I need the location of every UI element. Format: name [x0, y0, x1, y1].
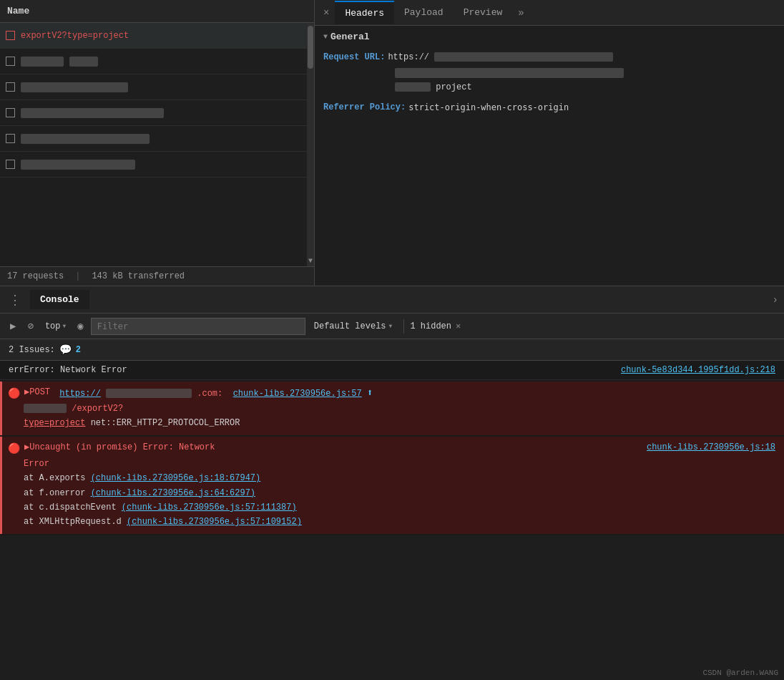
url-blurred-error [106, 389, 192, 398]
requests-count: 17 requests [7, 271, 64, 281]
item-name: exportV2?type=project [21, 31, 129, 41]
referrer-policy-value: strict-origin-when-cross-origin [408, 101, 569, 114]
filter-input[interactable] [91, 318, 305, 335]
list-item[interactable] [0, 74, 314, 100]
headers-tabs: × Headers Payload Preview » [315, 0, 784, 26]
stack-line-2: at f.onerror (chunk-libs.2730956e.js:64:… [24, 486, 775, 500]
expand-button[interactable]: › [773, 294, 778, 306]
url-continuation-2: project [323, 82, 775, 92]
checkbox[interactable] [6, 57, 15, 66]
hidden-count: 1 hidden [410, 321, 451, 331]
upload-icon[interactable]: ⬆ [367, 387, 373, 399]
context-selector[interactable]: top ▼ [41, 319, 70, 334]
stack-link-3[interactable]: (chunk-libs.2730956e.js:57:111387) [122, 502, 297, 513]
checkbox[interactable] [6, 31, 15, 40]
issues-icon: 💬 [59, 344, 72, 356]
error-text: errError: Network Error [9, 365, 127, 375]
scroll-arrow-down[interactable]: ▼ [307, 256, 314, 266]
post-url-link[interactable]: https:// [59, 389, 101, 399]
tab-headers[interactable]: Headers [335, 1, 394, 24]
scrollbar-thumb[interactable] [308, 26, 313, 69]
general-section-title: ▼ General [323, 31, 775, 42]
url-continuation [323, 68, 775, 78]
tab-payload[interactable]: Payload [394, 1, 454, 24]
stack-text-3: at c.dispatchEvent [24, 502, 122, 513]
checkbox[interactable] [6, 108, 15, 117]
stack-link-4[interactable]: (chunk-libs.2730956e.js:57:109152) [127, 517, 302, 527]
error-link[interactable]: chunk-5e83d344.1995f1dd.js:218 [621, 364, 775, 377]
list-item[interactable] [0, 152, 314, 178]
levels-label: Default levels [314, 321, 386, 331]
stack-text-2: at f.onerror [24, 488, 91, 498]
stack-line-3: at c.dispatchEvent (chunk-libs.2730956e.… [24, 500, 775, 515]
divider: | [75, 271, 80, 281]
referrer-policy-key: Referrer Policy: [323, 101, 406, 114]
tab-preview[interactable]: Preview [454, 1, 513, 24]
path-text: /exportV2? [72, 404, 123, 414]
url-blurred-3 [395, 82, 431, 92]
headers-panel: × Headers Payload Preview » ▼ General Re… [315, 0, 784, 286]
close-hidden-button[interactable]: ✕ [456, 321, 461, 331]
url-blurred-2 [395, 68, 624, 78]
stack-text-4: at XMLHttpRequest.d [24, 517, 127, 527]
console-toolbar: ▶ ⊘ top ▼ ◉ Default levels ▼ 1 hidden ✕ [0, 314, 784, 339]
blurred-name [21, 108, 164, 118]
close-button[interactable]: × [318, 4, 335, 21]
stack-line-4: at XMLHttpRequest.d (chunk-libs.2730956e… [24, 515, 775, 529]
url-text: https:// .com: chunk-libs.2730956e.js:57… [59, 386, 373, 401]
error-path: /exportV2? [8, 402, 775, 416]
status-bar: 17 requests | 143 kB transferred [0, 266, 314, 286]
chunk-link-2[interactable]: chunk-libs.2730956e.js:18 [647, 441, 775, 454]
list-item[interactable]: exportV2?type=project [0, 23, 314, 49]
more-tabs-button[interactable]: » [512, 4, 529, 21]
top-panel: Name exportV2?type=project [0, 0, 784, 286]
list-item[interactable] [0, 49, 314, 74]
console-output: errError: Network Error chunk-5e83d344.1… [0, 361, 784, 535]
blurred-name [21, 134, 150, 144]
console-label: Console [30, 290, 89, 309]
name-list: exportV2?type=project [0, 23, 314, 266]
project-text: project [436, 82, 471, 92]
issues-count: 2 [76, 345, 81, 355]
issues-bar: 2 Issues: 💬 2 [0, 339, 784, 361]
play-button[interactable]: ▶ [6, 318, 20, 334]
dots-menu-icon[interactable]: ⋮ [6, 291, 26, 309]
list-item[interactable] [0, 100, 314, 126]
error-code: net::ERR_HTTP2_PROTOCOL_ERROR [91, 418, 240, 428]
checkbox[interactable] [6, 160, 15, 169]
scrollbar[interactable]: ▼ [307, 23, 314, 266]
stack-text-1: at A.exports [24, 473, 91, 483]
post-method: ▶POST [24, 386, 55, 399]
request-url-key: Request URL: [323, 51, 385, 64]
levels-selector[interactable]: Default levels ▼ [308, 319, 398, 334]
blurred-name [21, 160, 135, 170]
watermark: CSDN @arden.WANG [702, 669, 778, 677]
url-end: .com: [197, 389, 227, 399]
toolbar-divider [403, 319, 404, 334]
blurred-name [69, 57, 98, 67]
checkbox[interactable] [6, 134, 15, 143]
console-header: ⋮ Console › [0, 286, 784, 314]
name-panel: Name exportV2?type=project [0, 0, 315, 286]
stack-line-1: at A.exports (chunk-libs.2730956e.js:18:… [24, 471, 775, 485]
path-blurred [24, 404, 67, 413]
error-detail: type=project net::ERR_HTTP2_PROTOCOL_ERR… [8, 416, 775, 430]
error-icon-1: 🔴 [8, 387, 20, 402]
eye-button[interactable]: ◉ [73, 318, 87, 334]
stack-link-2[interactable]: (chunk-libs.2730956e.js:64:6297) [91, 488, 255, 498]
chunk-link-1[interactable]: chunk-libs.2730956e.js:57 [233, 389, 362, 399]
checkbox[interactable] [6, 82, 15, 92]
triangle-icon: ▼ [323, 33, 328, 41]
console-line-info: errError: Network Error chunk-5e83d344.1… [0, 361, 784, 380]
request-url-row: Request URL: https:// [323, 51, 775, 64]
levels-dropdown-icon: ▼ [389, 323, 393, 329]
request-url-value: https:// [388, 51, 613, 64]
headers-content: ▼ General Request URL: https:// project … [315, 26, 784, 286]
block-button[interactable]: ⊘ [23, 318, 37, 334]
list-item[interactable] [0, 126, 314, 152]
stack-link-1[interactable]: (chunk-libs.2730956e.js:18:67947) [91, 473, 261, 483]
blurred-name [21, 57, 64, 67]
blurred-name [21, 82, 128, 92]
context-label: top [45, 321, 61, 331]
transferred-size: 143 kB transferred [92, 271, 185, 281]
